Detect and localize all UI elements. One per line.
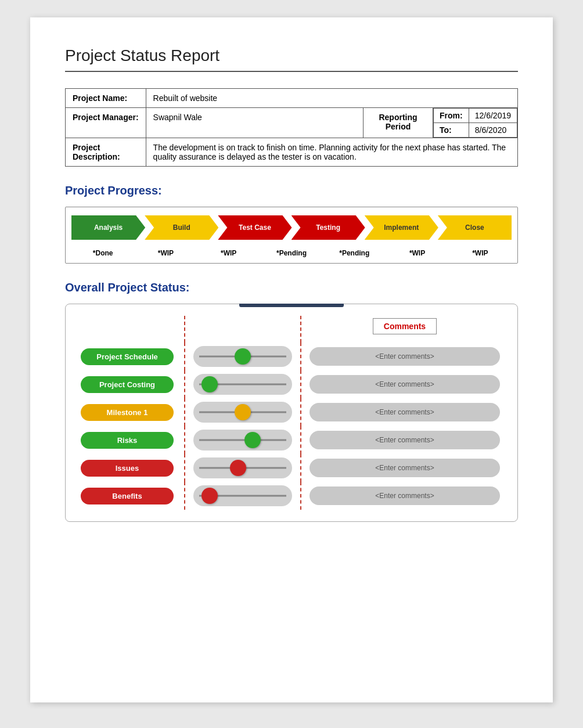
comment-schedule[interactable]: <Enter comments>: [310, 347, 500, 366]
project-name-label: Project Name:: [66, 89, 146, 108]
status-box-header-bar: [239, 304, 344, 307]
progress-section: Project Progress: Analysis Build Test Ca…: [65, 184, 518, 264]
title-divider: [65, 71, 518, 72]
project-manager-label: Project Manager:: [66, 108, 146, 138]
knob-milestone[interactable]: [235, 404, 251, 420]
label-wip4: *WIP: [449, 249, 512, 257]
knob-issues[interactable]: [230, 460, 246, 476]
slider-costing[interactable]: [193, 374, 292, 395]
comments-header: Comments: [373, 318, 437, 334]
table-row-project-name: Project Name: Rebuilt of website: [66, 89, 518, 108]
stage-testcase: Test Case: [218, 215, 292, 240]
knob-benefits[interactable]: [201, 488, 218, 504]
info-table: Project Name: Rebuilt of website Project…: [65, 88, 518, 167]
label-done: *Done: [71, 249, 134, 257]
comment-issues[interactable]: <Enter comments>: [310, 459, 500, 477]
status-row-risks: Risks <Enter comments>: [75, 426, 508, 454]
comment-benefits[interactable]: <Enter comments>: [310, 486, 500, 505]
table-row-project-manager: Project Manager: Swapnil Wale Reporting …: [66, 108, 518, 138]
from-label: From:: [434, 109, 469, 123]
overall-status-title: Overall Project Status:: [65, 281, 518, 294]
comment-milestone[interactable]: <Enter comments>: [310, 403, 500, 421]
status-table: Comments Project Schedule: [75, 316, 508, 510]
progress-title: Project Progress:: [65, 184, 518, 197]
status-header-row: Comments: [75, 316, 508, 343]
stage-implement: Implement: [365, 215, 438, 240]
to-value: 8/6/2020: [469, 123, 517, 138]
label-wip1: *WIP: [134, 249, 197, 257]
project-description-value: The development is on track to finish on…: [146, 138, 517, 167]
stage-analysis: Analysis: [71, 215, 145, 240]
stage-build: Build: [145, 215, 218, 240]
project-description-label: Project Description:: [66, 138, 146, 167]
pipeline-container: Analysis Build Test Case Testing Impleme…: [65, 207, 518, 264]
knob-costing[interactable]: [201, 376, 218, 392]
reporting-period-label: Reporting Period: [364, 108, 433, 138]
page: Project Status Report Project Name: Rebu…: [30, 17, 553, 702]
slider-milestone[interactable]: [193, 402, 292, 423]
status-row-issues: Issues <Enter comments>: [75, 454, 508, 482]
label-pending2: *Pending: [323, 249, 386, 257]
knob-risks[interactable]: [244, 432, 261, 448]
badge-risks: Risks: [81, 432, 174, 449]
pipeline-arrows: Analysis Build Test Case Testing Impleme…: [71, 215, 512, 240]
report-title: Project Status Report: [65, 46, 518, 65]
status-row-schedule: Project Schedule <Enter comments>: [75, 343, 508, 370]
table-row-description: Project Description: The development is …: [66, 138, 518, 167]
status-section: Overall Project Status: Comments: [65, 281, 518, 522]
badge-milestone: Milestone 1: [81, 404, 174, 421]
badge-costing: Project Costing: [81, 376, 174, 393]
label-wip3: *WIP: [386, 249, 448, 257]
project-manager-value: Swapnil Wale: [146, 108, 363, 138]
badge-benefits: Benefits: [81, 488, 174, 504]
badge-issues: Issues: [81, 460, 174, 477]
stage-close: Close: [438, 215, 512, 240]
comment-risks[interactable]: <Enter comments>: [310, 431, 500, 449]
pipeline-labels: *Done *WIP *WIP *Pending *Pending *WIP *…: [71, 246, 512, 257]
slider-schedule[interactable]: [193, 346, 292, 367]
comments-header-cell: Comments: [301, 316, 508, 343]
slider-benefits[interactable]: [193, 485, 292, 506]
slider-risks[interactable]: [193, 430, 292, 451]
status-box: Comments Project Schedule: [65, 304, 518, 522]
status-row-milestone: Milestone 1 <Enter comments>: [75, 398, 508, 426]
reporting-period-values: From: 12/6/2019 To: 8/6/2020: [433, 108, 518, 138]
slider-issues[interactable]: [193, 457, 292, 478]
stage-testing: Testing: [292, 215, 365, 240]
from-value: 12/6/2019: [469, 109, 517, 123]
status-row-costing: Project Costing <Enter comments>: [75, 370, 508, 398]
label-pending1: *Pending: [260, 249, 323, 257]
badge-schedule: Project Schedule: [81, 348, 174, 365]
knob-schedule[interactable]: [235, 348, 251, 365]
project-name-value: Rebuilt of website: [146, 89, 517, 108]
status-row-benefits: Benefits <Enter comments>: [75, 482, 508, 510]
comment-costing[interactable]: <Enter comments>: [310, 375, 500, 394]
label-wip2: *WIP: [197, 249, 260, 257]
to-label: To:: [434, 123, 469, 138]
